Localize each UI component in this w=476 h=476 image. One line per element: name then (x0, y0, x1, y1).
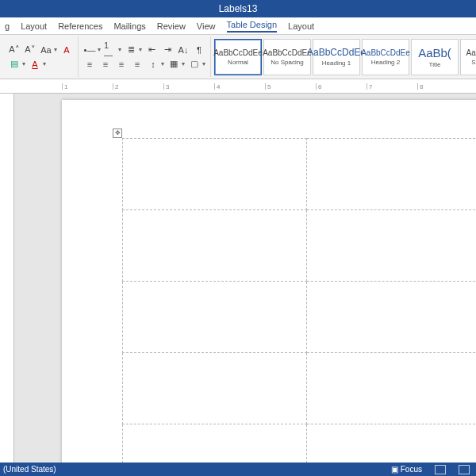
shrink-font-button[interactable]: A˅ (24, 44, 36, 56)
line-spacing-button[interactable]: ↕ (147, 58, 159, 71)
chevron-down-icon: ▾ (182, 60, 185, 67)
ruler-horizontal[interactable]: 1 2 3 4 5 6 7 8 (0, 79, 476, 94)
style-preview: AaBbCcDdEe (361, 48, 410, 57)
chevron-down-icon: ▾ (202, 60, 205, 67)
status-bar: (United States) ▣ Focus (0, 463, 476, 476)
focus-label: Focus (401, 465, 422, 474)
style-name: Normal (228, 59, 248, 66)
tab-mailings[interactable]: Mailings (113, 21, 145, 31)
style-name: Title (429, 61, 441, 68)
numbering-button[interactable]: 1— (104, 44, 117, 56)
tab-table-layout[interactable]: Layout (288, 21, 314, 31)
align-justify-button[interactable]: ≡ (131, 58, 144, 71)
view-web-button[interactable] (455, 465, 473, 474)
ruler-mark: 1 (62, 83, 113, 90)
bullets-button[interactable]: •— (83, 44, 96, 56)
ribbon: A˄ A˅ Aa▾ A ▤▾ A▾ •—▾ 1—▾ ≣▾ ⇤ ⇥ A↓ ¶ ≡ … (0, 35, 476, 79)
chevron-down-icon: ▾ (22, 60, 25, 67)
label-cell[interactable] (123, 139, 307, 210)
ribbon-tabs: g Layout References Mailings Review View… (0, 17, 476, 35)
style-heading2[interactable]: AaBbCcDdEe Heading 2 (362, 39, 409, 75)
label-cell[interactable] (307, 282, 477, 353)
style-name: No Spacing (271, 59, 303, 66)
style-preview: AaBbCcDdEe (213, 48, 263, 57)
style-preview: AaBbCcDdEe (263, 48, 312, 57)
styles-gallery: AaBbCcDdEe Normal AaBbCcDdEe No Spacing … (211, 36, 476, 77)
label-cell[interactable] (123, 353, 307, 424)
label-cell[interactable] (123, 282, 307, 353)
focus-mode-button[interactable]: ▣ Focus (388, 465, 425, 474)
ruler-marks: 1 2 3 4 5 6 7 8 (62, 79, 476, 93)
show-marks-button[interactable]: ¶ (193, 44, 205, 56)
status-language[interactable]: (United States) (3, 465, 56, 474)
label-cell[interactable] (307, 353, 477, 424)
label-cell[interactable] (123, 424, 307, 463)
ruler-mark: 5 (265, 83, 316, 90)
style-heading1[interactable]: AaBbCcDdEe Heading 1 (313, 39, 360, 75)
window-title: Labels13 (219, 3, 258, 14)
align-right-button[interactable]: ≡ (115, 58, 128, 71)
style-name: Heading 1 (322, 60, 351, 67)
ruler-mark: 8 (417, 83, 468, 90)
ruler-mark: 3 (163, 83, 214, 90)
chevron-down-icon: ▾ (118, 46, 121, 53)
ruler-mark: 4 (214, 83, 265, 90)
change-case-button[interactable]: Aa (40, 44, 52, 56)
tab-layout[interactable]: Layout (21, 21, 47, 31)
style-name: S (471, 59, 475, 66)
ruler-mark: 2 (113, 83, 163, 90)
align-left-button[interactable]: ≡ (83, 58, 96, 71)
borders-button[interactable]: ▢ (188, 58, 201, 71)
view-print-button[interactable] (432, 465, 449, 474)
ribbon-group-paragraph: •—▾ 1—▾ ≣▾ ⇤ ⇥ A↓ ¶ ≡ ≡ ≡ ≡ ↕▾ ▦▾ ▢▾ (79, 36, 211, 77)
highlight-button[interactable]: ▤ (8, 58, 21, 71)
table-move-handle[interactable]: ✥ (113, 129, 122, 138)
ruler-vertical[interactable] (0, 94, 14, 463)
increase-indent-button[interactable]: ⇥ (161, 44, 174, 56)
style-no-spacing[interactable]: AaBbCcDdEe No Spacing (263, 39, 311, 75)
style-title[interactable]: AaBb( Title (411, 39, 459, 75)
style-preview: AаB (466, 48, 476, 57)
font-color-button[interactable]: A (29, 58, 41, 71)
chevron-down-icon: ▾ (161, 60, 164, 67)
print-layout-icon (435, 465, 446, 474)
table-row (123, 282, 477, 353)
page[interactable]: ✥ (62, 100, 476, 463)
label-cell[interactable] (307, 139, 477, 210)
ruler-mark: 7 (367, 83, 417, 90)
label-cell[interactable] (123, 210, 307, 282)
window-titlebar: Labels13 (0, 0, 476, 17)
clear-format-button[interactable]: A (60, 44, 73, 56)
align-center-button[interactable]: ≡ (99, 58, 112, 71)
sort-button[interactable]: A↓ (177, 44, 190, 56)
multilevel-button[interactable]: ≣ (125, 44, 137, 56)
style-name: Heading 2 (371, 59, 400, 66)
tab-fragment: g (5, 21, 10, 31)
table-row (123, 210, 477, 282)
shading-button[interactable]: ▦ (167, 58, 180, 71)
style-normal[interactable]: AaBbCcDdEe Normal (214, 39, 262, 75)
chevron-down-icon: ▾ (54, 46, 57, 53)
decrease-indent-button[interactable]: ⇤ (145, 44, 158, 56)
table-row (123, 353, 477, 424)
labels-table[interactable] (122, 138, 476, 463)
style-subtitle[interactable]: AаB S (460, 39, 476, 75)
table-row (123, 139, 477, 210)
chevron-down-icon: ▾ (139, 46, 142, 53)
style-preview: AaBb( (418, 46, 451, 60)
tab-view[interactable]: View (197, 21, 216, 31)
table-row (123, 424, 477, 463)
ruler-mark: 6 (316, 83, 367, 90)
focus-icon: ▣ (391, 465, 398, 474)
tab-references[interactable]: References (58, 21, 102, 31)
document-area[interactable]: ✥ (14, 94, 476, 463)
tab-table-design[interactable]: Table Design (227, 20, 278, 33)
tab-review[interactable]: Review (157, 21, 186, 31)
label-cell[interactable] (307, 424, 477, 463)
web-layout-icon (459, 465, 470, 474)
label-cell[interactable] (307, 210, 477, 282)
style-preview: AaBbCcDdEe (307, 47, 366, 58)
grow-font-button[interactable]: A˄ (8, 44, 21, 56)
ribbon-group-font: A˄ A˅ Aa▾ A ▤▾ A▾ (3, 36, 79, 77)
chevron-down-icon: ▾ (43, 60, 46, 67)
